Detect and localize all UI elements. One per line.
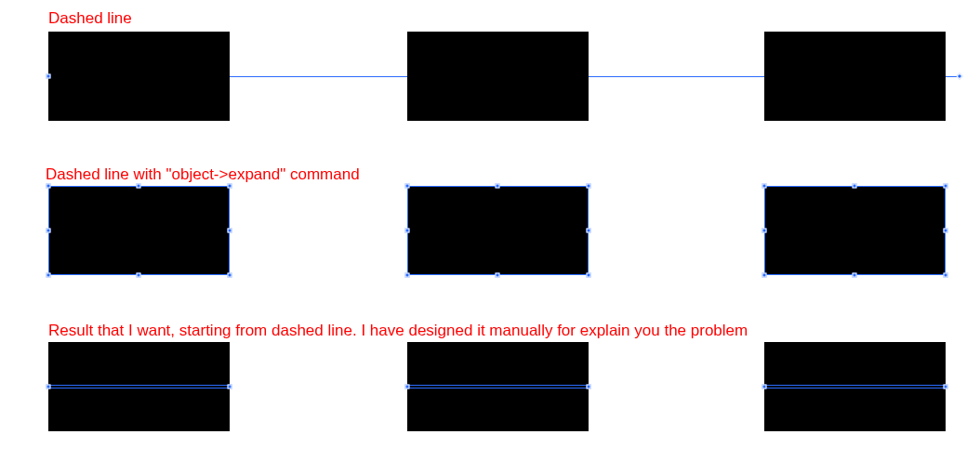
row3-seg-3-h2[interactable]	[944, 385, 948, 389]
row2-rect-2-handle-tm[interactable]	[496, 184, 500, 189]
row2-rect-1-handle-bl[interactable]	[46, 273, 51, 278]
row2-rect-3-handle-br[interactable]	[944, 273, 948, 278]
row1-line-end-handle[interactable]	[956, 72, 962, 79]
row3-seg-2[interactable]	[407, 385, 590, 388]
row2-rect-2-handle-br[interactable]	[587, 273, 591, 278]
row3-seg-3[interactable]	[764, 385, 947, 388]
row1-dash-3	[764, 32, 946, 121]
row2-rect-3-handle-tl[interactable]	[762, 184, 767, 189]
section-2-label: Dashed line with "object->expand" comman…	[46, 165, 360, 184]
row2-rect-2-handle-tl[interactable]	[405, 184, 410, 189]
row2-rect-2-handle-mr[interactable]	[587, 229, 591, 233]
row1-dash-2	[407, 32, 589, 121]
row2-rect-3-handle-mr[interactable]	[944, 229, 948, 233]
row1-dash-1	[48, 32, 230, 121]
row2-rect-1[interactable]	[48, 186, 230, 275]
row2-rect-1-handle-ml[interactable]	[46, 229, 51, 233]
row2-rect-3-handle-bl[interactable]	[762, 273, 767, 278]
row3-seg-1-h2[interactable]	[228, 385, 232, 389]
section-1-label: Dashed line	[48, 9, 132, 28]
row2-rect-3-handle-ml[interactable]	[762, 229, 767, 233]
row2-rect-3[interactable]	[764, 186, 946, 275]
row2-rect-2-handle-ml[interactable]	[405, 229, 410, 233]
row2-rect-3-handle-bm[interactable]	[853, 273, 857, 278]
row2-rect-2-handle-bl[interactable]	[405, 273, 410, 278]
section-3-label: Result that I want, starting from dashed…	[48, 322, 748, 340]
row2-rect-3-handle-tr[interactable]	[944, 184, 948, 189]
row2-rect-2-handle-bm[interactable]	[496, 273, 500, 278]
row3-seg-2-h2[interactable]	[587, 385, 591, 389]
row2-rect-1-handle-br[interactable]	[228, 273, 232, 278]
row3-seg-2-h1[interactable]	[405, 385, 410, 389]
row2-rect-1-handle-tm[interactable]	[137, 184, 141, 189]
row2-rect-2-handle-tr[interactable]	[587, 184, 591, 189]
row2-rect-1-handle-tr[interactable]	[228, 184, 232, 189]
row2-rect-1-handle-tl[interactable]	[46, 184, 51, 189]
row1-line-start-handle[interactable]	[46, 74, 51, 79]
row2-rect-2[interactable]	[407, 186, 589, 275]
row3-seg-3-h1[interactable]	[762, 385, 767, 389]
row2-rect-1-handle-bm[interactable]	[137, 273, 141, 278]
row2-rect-3-handle-tm[interactable]	[853, 184, 857, 189]
row3-seg-1[interactable]	[48, 385, 232, 388]
row2-rect-1-handle-mr[interactable]	[228, 229, 232, 233]
row3-seg-1-h1[interactable]	[46, 385, 51, 389]
